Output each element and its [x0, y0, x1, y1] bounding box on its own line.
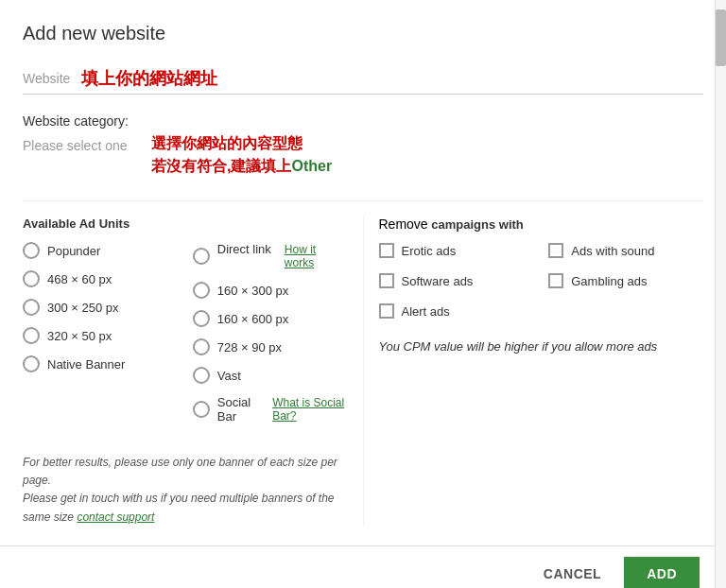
annotation-category: 選擇你網站的內容型態 若沒有符合,建議填上Other — [151, 132, 332, 178]
bottom-note: For better results, please use only one … — [23, 454, 348, 527]
checkbox-software-ads-label: Software ads — [402, 274, 474, 288]
checkbox-gambling-ads-label: Gambling ads — [571, 274, 647, 288]
checkbox-gambling-ads[interactable]: Gambling ads — [548, 273, 703, 288]
what-is-social-bar-link[interactable]: What is Social Bar? — [272, 396, 347, 423]
available-ad-units-col: Available Ad Units Popunder 468 × 60 px — [23, 216, 363, 527]
radio-direct-link-label: Direct link — [217, 242, 277, 270]
radio-popunder-label: Popunder — [47, 244, 100, 258]
radio-728x90[interactable]: 728 × 90 px — [193, 338, 348, 355]
checkbox-software-ads-box[interactable] — [379, 273, 394, 288]
how-it-works-link[interactable]: How it works — [285, 243, 348, 269]
radio-native-banner-circle[interactable] — [23, 355, 40, 372]
radio-160x600[interactable]: 160 × 600 px — [193, 310, 348, 327]
add-website-dialog: Add new website Website 填上你的網站網址 Website… — [0, 0, 726, 588]
radio-300x250-label: 300 × 250 px — [47, 301, 119, 315]
radio-728x90-circle[interactable] — [193, 338, 210, 355]
radio-social-bar-circle[interactable] — [193, 401, 210, 418]
scrollbar-thumb[interactable] — [716, 9, 726, 66]
add-button[interactable]: ADD — [624, 557, 700, 588]
website-category-label: Website category: — [23, 113, 703, 129]
website-category-section: Website category: Please select one 選擇你網… — [23, 113, 703, 178]
checkbox-gambling-ads-box[interactable] — [548, 273, 563, 288]
bottom-note-line1: For better results, please use only one … — [23, 454, 348, 490]
checkbox-erotic-ads[interactable]: Erotic ads — [379, 243, 534, 258]
radio-vast[interactable]: Vast — [193, 367, 348, 384]
checkbox-alert-ads-box[interactable] — [379, 303, 394, 319]
ad-unit-columns: Popunder 468 × 60 px 300 × 250 px 3 — [23, 242, 348, 435]
remove-title: Remove campaigns with — [379, 216, 704, 232]
checkbox-ads-with-sound[interactable]: Ads with sound — [548, 243, 703, 258]
remove-grid: Erotic ads Ads with sound Software ads G… — [379, 243, 704, 330]
ad-unit-left-subcol: Popunder 468 × 60 px 300 × 250 px 3 — [23, 242, 178, 435]
radio-320x50[interactable]: 320 × 50 px — [23, 327, 178, 344]
radio-320x50-circle[interactable] — [23, 327, 40, 344]
radio-468x60-circle[interactable] — [23, 270, 40, 287]
annotation-category-line1: 選擇你網站的內容型態 — [151, 132, 332, 155]
radio-vast-circle[interactable] — [193, 367, 210, 384]
radio-320x50-label: 320 × 50 px — [47, 329, 112, 343]
contact-support-link[interactable]: contact support — [77, 510, 154, 524]
radio-direct-link[interactable]: Direct link How it works — [193, 242, 348, 270]
ad-unit-right-subcol: Direct link How it works 160 × 300 px 16… — [193, 242, 348, 435]
dialog-content: Add new website Website 填上你的網站網址 Website… — [0, 0, 726, 588]
remove-campaigns-col: Remove campaigns with Erotic ads Ads wit… — [363, 216, 704, 527]
remove-word: Remove — [379, 216, 428, 232]
annotation-category-line2: 若沒有符合,建議填上Other — [151, 155, 332, 178]
annotation-other: Other — [291, 158, 332, 174]
radio-160x600-circle[interactable] — [193, 310, 210, 327]
radio-160x300-circle[interactable] — [193, 282, 210, 299]
radio-popunder-circle[interactable] — [23, 242, 40, 259]
website-inline-label: Website — [23, 71, 70, 86]
radio-direct-link-circle[interactable] — [193, 248, 210, 265]
radio-vast-label: Vast — [217, 369, 241, 383]
checkbox-erotic-ads-label: Erotic ads — [402, 244, 457, 258]
please-select-label: Please select one — [23, 132, 136, 159]
cpm-note: You CPM value will be higher if you allo… — [379, 337, 704, 356]
checkbox-alert-ads[interactable]: Alert ads — [379, 303, 534, 319]
radio-160x300[interactable]: 160 × 300 px — [193, 282, 348, 299]
checkbox-alert-ads-label: Alert ads — [402, 304, 450, 319]
checkbox-ads-with-sound-box[interactable] — [548, 243, 563, 258]
cancel-button[interactable]: CANCEL — [528, 559, 616, 588]
dialog-footer: CANCEL ADD — [0, 545, 715, 588]
radio-468x60-label: 468 × 60 px — [47, 272, 112, 286]
radio-160x600-label: 160 × 600 px — [217, 312, 289, 326]
scrollbar[interactable] — [715, 0, 726, 588]
radio-native-banner[interactable]: Native Banner — [23, 355, 178, 372]
section-divider — [23, 200, 703, 201]
bottom-note-line2: Please get in touch with us if you need … — [23, 490, 348, 526]
available-ad-units-title: Available Ad Units — [23, 216, 348, 231]
remove-title-rest: campaigns with — [428, 217, 524, 232]
category-select-row: Please select one 選擇你網站的內容型態 若沒有符合,建議填上O… — [23, 132, 703, 178]
radio-300x250-circle[interactable] — [23, 299, 40, 316]
radio-300x250[interactable]: 300 × 250 px — [23, 299, 178, 316]
radio-160x300-label: 160 × 300 px — [217, 284, 289, 298]
radio-native-banner-label: Native Banner — [47, 357, 125, 372]
checkbox-software-ads[interactable]: Software ads — [379, 273, 534, 288]
radio-social-bar-label: Social Bar — [217, 395, 265, 424]
radio-468x60[interactable]: 468 × 60 px — [23, 270, 178, 287]
radio-728x90-label: 728 × 90 px — [217, 340, 282, 355]
radio-social-bar[interactable]: Social Bar What is Social Bar? — [193, 395, 348, 424]
annotation-url: 填上你的網站網址 — [81, 67, 217, 90]
checkbox-ads-with-sound-label: Ads with sound — [571, 244, 654, 258]
ad-units-section: Available Ad Units Popunder 468 × 60 px — [23, 216, 703, 527]
website-input-row: Website 填上你的網站網址 — [23, 67, 703, 95]
dialog-title: Add new website — [23, 23, 703, 44]
radio-popunder[interactable]: Popunder — [23, 242, 178, 259]
checkbox-erotic-ads-box[interactable] — [379, 243, 394, 258]
